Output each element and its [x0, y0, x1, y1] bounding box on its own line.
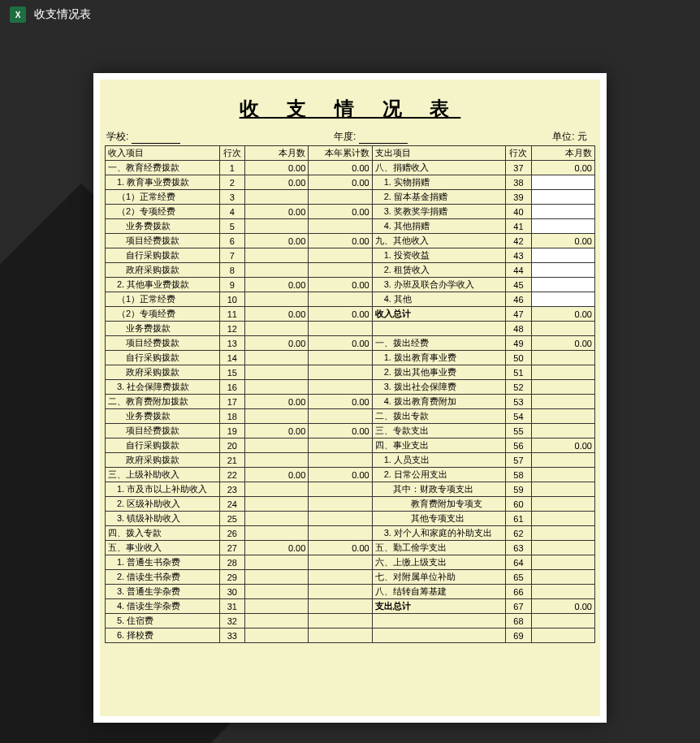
- table-row: 2. 区级补助收入24 教育费附加专项支60: [106, 497, 595, 512]
- cell-income-name: 一、教育经费拨款: [106, 161, 220, 175]
- cell-expense-name: 2. 日常公用支出: [372, 468, 505, 482]
- cell-income-name: 自行采购拨款: [106, 248, 220, 263]
- cell-row2: 65: [506, 570, 532, 585]
- cell-month2: [531, 219, 594, 234]
- cell-expense-name: 六、上缴上级支出: [372, 555, 505, 570]
- table-row: 五、事业收入270.000.00五、勤工俭学支出63: [106, 541, 595, 555]
- table-row: 5. 住宿费3268: [106, 614, 595, 629]
- col-month2: 本月数: [531, 146, 594, 161]
- cell-row2: 60: [506, 497, 532, 512]
- cell-month: 0.00: [245, 161, 309, 175]
- doc-title: 收 支 情 况 表: [105, 84, 595, 125]
- cell-ytd: [309, 570, 372, 585]
- cell-row: 11: [219, 307, 245, 322]
- cell-row2: 56: [506, 438, 532, 453]
- file-title: 收支情况表: [34, 7, 91, 22]
- cell-ytd: [309, 292, 372, 307]
- cell-expense-name: 二、拨出专款: [372, 409, 505, 424]
- cell-expense-name: 1. 拨出教育事业费: [372, 351, 505, 365]
- cell-income-name: 业务费拨款: [106, 322, 220, 336]
- cell-row2: 61: [506, 512, 532, 526]
- cell-expense-name: 其中：财政专项支出: [372, 482, 505, 497]
- cell-expense-name: 2. 留本基金捐赠: [372, 190, 505, 205]
- cell-month: [245, 599, 309, 614]
- cell-income-name: 3. 普通生学杂费: [106, 585, 220, 599]
- cell-month2: [531, 541, 594, 555]
- table-row: 四、拨入专款26 3. 对个人和家庭的补助支出62: [106, 526, 595, 541]
- cell-row2: 45: [506, 278, 532, 292]
- cell-month: 0.00: [245, 395, 309, 409]
- cell-expense-name: 四、事业支出: [372, 438, 505, 453]
- table-row: 1. 市及市以上补助收入23 其中：财政专项支出59: [106, 482, 595, 497]
- cell-ytd: 0.00: [309, 424, 372, 438]
- cell-income-name: （1）正常经费: [106, 292, 220, 307]
- cell-month2: [531, 526, 594, 541]
- cell-month2: 0.00: [531, 438, 594, 453]
- cell-month2: [531, 248, 594, 263]
- cell-ytd: [309, 526, 372, 541]
- cell-row2: 59: [506, 482, 532, 497]
- table-row: （1）正常经费10 4. 其他46: [106, 292, 595, 307]
- table-row: 2. 其他事业费拨款90.000.00 3. 办班及联合办学收入45: [106, 278, 595, 292]
- cell-row2: 42: [506, 234, 532, 248]
- cell-expense-name: 支出总计: [372, 599, 505, 614]
- col-income: 收入项目: [106, 146, 220, 161]
- cell-ytd: [309, 263, 372, 278]
- cell-month: [245, 351, 309, 365]
- school-blank: [132, 132, 180, 144]
- cell-expense-name: 4. 其他: [372, 292, 505, 307]
- cell-ytd: [309, 248, 372, 263]
- cell-ytd: [309, 190, 372, 205]
- cell-expense-name: [372, 322, 505, 336]
- cell-month2: [531, 190, 594, 205]
- cell-income-name: 二、教育费附加拨款: [106, 395, 220, 409]
- table-header-row: 收入项目 行次 本月数 本年累计数 支出项目 行次 本月数: [106, 146, 595, 161]
- cell-ytd: [309, 453, 372, 468]
- cell-row2: 38: [506, 175, 532, 190]
- cell-ytd: 0.00: [309, 175, 372, 190]
- document-preview: 收 支 情 况 表 学校: 年度: 单位: 元 收入项目 行次 本月数 本年累计…: [93, 73, 607, 723]
- cell-income-name: 2. 借读生书杂费: [106, 570, 220, 585]
- cell-row2: 37: [506, 161, 532, 175]
- cell-month2: [531, 424, 594, 438]
- cell-month2: [531, 585, 594, 599]
- cell-row2: 55: [506, 424, 532, 438]
- cell-month: [245, 365, 309, 380]
- cell-month2: [531, 263, 594, 278]
- cell-income-name: 四、拨入专款: [106, 526, 220, 541]
- cell-expense-name: 3. 对个人和家庭的补助支出: [372, 526, 505, 541]
- cell-month2: [531, 380, 594, 395]
- cell-ytd: 0.00: [309, 541, 372, 555]
- cell-income-name: 自行采购拨款: [106, 438, 220, 453]
- cell-row: 3: [219, 190, 245, 205]
- cell-ytd: [309, 555, 372, 570]
- cell-income-name: 政府采购拨款: [106, 453, 220, 468]
- cell-ytd: 0.00: [309, 307, 372, 322]
- cell-ytd: 0.00: [309, 336, 372, 351]
- cell-row: 26: [219, 526, 245, 541]
- table-row: （1）正常经费3 2. 留本基金捐赠39: [106, 190, 595, 205]
- cell-month2: [531, 555, 594, 570]
- cell-row2: 51: [506, 365, 532, 380]
- cell-row2: 47: [506, 307, 532, 322]
- cell-expense-name: 4. 拨出教育费附加: [372, 395, 505, 409]
- cell-row: 20: [219, 438, 245, 453]
- cell-expense-name: 1. 投资收益: [372, 248, 505, 263]
- cell-ytd: [309, 614, 372, 629]
- cell-expense-name: 1. 人员支出: [372, 453, 505, 468]
- cell-income-name: 4. 借读生学杂费: [106, 599, 220, 614]
- cell-income-name: 项目经费拨款: [106, 336, 220, 351]
- cell-ytd: [309, 351, 372, 365]
- cell-month: 0.00: [245, 541, 309, 555]
- cell-row2: 43: [506, 248, 532, 263]
- table-row: 4. 借读生学杂费31支出总计670.00: [106, 599, 595, 614]
- cell-row: 2: [219, 175, 245, 190]
- cell-expense-name: 2. 拨出其他事业费: [372, 365, 505, 380]
- table-row: 3. 镇级补助收入25 其他专项支出61: [106, 512, 595, 526]
- cell-income-name: （2）专项经费: [106, 205, 220, 219]
- table-row: 业务费拨款5 4. 其他捐赠41: [106, 219, 595, 234]
- cell-expense-name: 3. 拨出社会保障费: [372, 380, 505, 395]
- cell-row: 29: [219, 570, 245, 585]
- cell-expense-name: 八、结转自筹基建: [372, 585, 505, 599]
- year-blank: [359, 132, 408, 144]
